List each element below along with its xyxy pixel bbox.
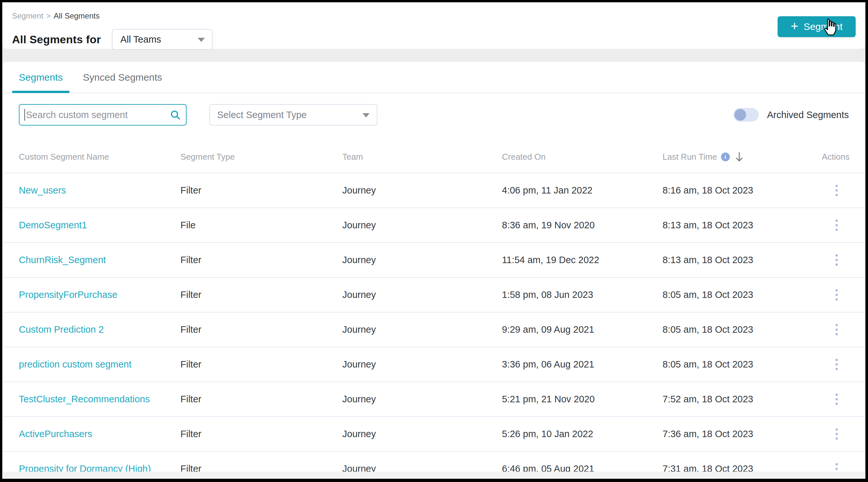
- team-cell: Journey: [342, 394, 502, 404]
- col-segment-type: Segment Type: [180, 152, 342, 162]
- row-actions-kebab-icon[interactable]: [828, 426, 845, 442]
- team-filter-dropdown[interactable]: All Teams: [112, 29, 213, 50]
- sort-descending-icon[interactable]: [735, 152, 743, 162]
- created-on-cell: 9:29 am, 09 Aug 2021: [502, 324, 662, 335]
- segments-card: Segments Synced Segments Select Segment …: [3, 62, 865, 479]
- last-run-cell: 8:16 am, 18 Oct 2023: [662, 185, 822, 196]
- segment-type-cell: Filter: [180, 394, 342, 404]
- search-box: [19, 104, 187, 125]
- segment-type-dropdown[interactable]: Select Segment Type: [209, 104, 377, 125]
- segment-type-cell: Filter: [180, 324, 342, 335]
- created-on-cell: 4:06 pm, 11 Jan 2022: [502, 185, 662, 196]
- segment-type-cell: Filter: [180, 429, 342, 440]
- col-actions: Actions: [822, 152, 853, 162]
- segment-name-link[interactable]: prediction custom segment: [19, 359, 132, 369]
- segment-type-placeholder: Select Segment Type: [217, 110, 307, 120]
- archived-segments-label: Archived Segments: [767, 110, 849, 120]
- table-row: PropensityForPurchase Filter Journey 1:5…: [3, 278, 865, 312]
- page-title: All Segments for: [12, 33, 101, 46]
- segment-type-cell: Filter: [180, 185, 342, 196]
- segment-type-cell: Filter: [180, 255, 342, 265]
- page-header: Segment > All Segments All Segments for …: [2, 2, 865, 49]
- tab-synced-segments[interactable]: Synced Segments: [83, 72, 162, 83]
- segment-name-link[interactable]: ActivePurchasers: [19, 429, 92, 439]
- table-body: New_users Filter Journey 4:06 pm, 11 Jan…: [3, 173, 865, 479]
- created-on-cell: 1:58 pm, 08 Jun 2023: [502, 290, 662, 300]
- last-run-cell: 7:52 am, 18 Oct 2023: [662, 394, 822, 404]
- filters-bar: Select Segment Type Archived Segments: [3, 104, 865, 125]
- info-icon[interactable]: i: [721, 153, 730, 161]
- table-row: New_users Filter Journey 4:06 pm, 11 Jan…: [3, 173, 865, 208]
- team-cell: Journey: [342, 220, 502, 231]
- col-custom-segment-name: Custom Segment Name: [19, 152, 180, 162]
- segment-type-cell: Filter: [180, 359, 342, 370]
- segment-name-link[interactable]: TestCluster_Recommendations: [19, 394, 150, 404]
- created-on-cell: 3:36 pm, 06 Aug 2021: [502, 359, 662, 370]
- row-actions-kebab-icon[interactable]: [828, 217, 845, 234]
- table-row: TestCluster_Recommendations Filter Journ…: [3, 382, 865, 417]
- created-on-cell: 11:54 am, 19 Dec 2022: [502, 255, 662, 265]
- plus-icon: +: [790, 20, 798, 32]
- breadcrumb-parent[interactable]: Segment: [12, 11, 43, 21]
- chevron-down-icon: [363, 113, 370, 117]
- table-row: ChurnRisk_Segment Filter Journey 11:54 a…: [3, 243, 865, 278]
- team-filter-value: All Teams: [120, 34, 161, 45]
- table-row: ActivePurchasers Filter Journey 5:26 pm,…: [3, 417, 865, 452]
- segment-type-cell: File: [180, 220, 342, 231]
- last-run-cell: 8:05 am, 18 Oct 2023: [662, 290, 822, 300]
- segment-name-link[interactable]: PropensityForPurchase: [19, 290, 117, 300]
- table-row: DemoSegment1 File Journey 8:36 am, 19 No…: [3, 208, 865, 243]
- segment-name-link[interactable]: Custom Prediction 2: [19, 324, 104, 335]
- team-cell: Journey: [342, 185, 502, 196]
- screenshot-frame: Segment > All Segments All Segments for …: [0, 0, 868, 482]
- row-actions-kebab-icon[interactable]: [828, 321, 845, 338]
- last-run-cell: 8:13 am, 18 Oct 2023: [662, 255, 822, 265]
- team-cell: Journey: [342, 290, 502, 300]
- last-run-cell: 8:13 am, 18 Oct 2023: [662, 220, 822, 231]
- tab-segments[interactable]: Segments: [19, 72, 63, 83]
- breadcrumb: Segment > All Segments: [12, 11, 856, 21]
- segment-name-link[interactable]: New_users: [19, 185, 66, 195]
- row-actions-kebab-icon[interactable]: [828, 287, 845, 303]
- add-segment-button-label: Segment: [804, 21, 843, 32]
- row-actions-kebab-icon[interactable]: [828, 252, 845, 268]
- row-actions-kebab-icon[interactable]: [828, 182, 845, 199]
- segment-name-link[interactable]: ChurnRisk_Segment: [19, 255, 106, 265]
- last-run-cell: 8:05 am, 18 Oct 2023: [662, 324, 822, 335]
- col-created-on: Created On: [502, 152, 662, 162]
- archived-segments-toggle[interactable]: [734, 108, 759, 122]
- created-on-cell: 5:26 pm, 10 Jan 2022: [502, 429, 662, 440]
- team-cell: Journey: [342, 255, 502, 265]
- app-viewport: Segment > All Segments All Segments for …: [2, 2, 865, 479]
- last-run-cell: 8:05 am, 18 Oct 2023: [662, 359, 822, 370]
- chevron-down-icon: [198, 38, 205, 42]
- col-last-run-time: Last Run Time i: [662, 152, 822, 162]
- row-actions-kebab-icon[interactable]: [828, 391, 845, 408]
- table-header: Custom Segment Name Segment Type Team Cr…: [3, 125, 865, 173]
- add-segment-button[interactable]: + Segment: [778, 16, 856, 37]
- team-cell: Journey: [342, 429, 502, 440]
- toggle-knob: [734, 109, 746, 121]
- team-cell: Journey: [342, 324, 502, 335]
- search-input[interactable]: [19, 104, 187, 125]
- table-row: Custom Prediction 2 Filter Journey 9:29 …: [3, 312, 865, 348]
- text-cursor: [24, 109, 25, 121]
- team-cell: Journey: [342, 359, 502, 370]
- search-icon[interactable]: [170, 109, 181, 120]
- segment-name-link[interactable]: DemoSegment1: [19, 220, 87, 230]
- created-on-cell: 8:36 am, 19 Nov 2020: [502, 220, 662, 231]
- breadcrumb-separator: >: [46, 11, 51, 21]
- table-row: prediction custom segment Filter Journey…: [3, 348, 865, 382]
- col-team: Team: [342, 152, 502, 162]
- tabs-bar: Segments Synced Segments: [3, 62, 865, 93]
- segment-type-cell: Filter: [180, 290, 342, 300]
- created-on-cell: 5:21 pm, 21 Nov 2020: [502, 394, 662, 404]
- last-run-cell: 7:36 am, 18 Oct 2023: [662, 429, 822, 440]
- row-actions-kebab-icon[interactable]: [828, 356, 845, 373]
- bottom-scroll-strip: [2, 472, 865, 479]
- breadcrumb-current: All Segments: [54, 11, 99, 21]
- col-last-run-time-label: Last Run Time: [662, 152, 717, 162]
